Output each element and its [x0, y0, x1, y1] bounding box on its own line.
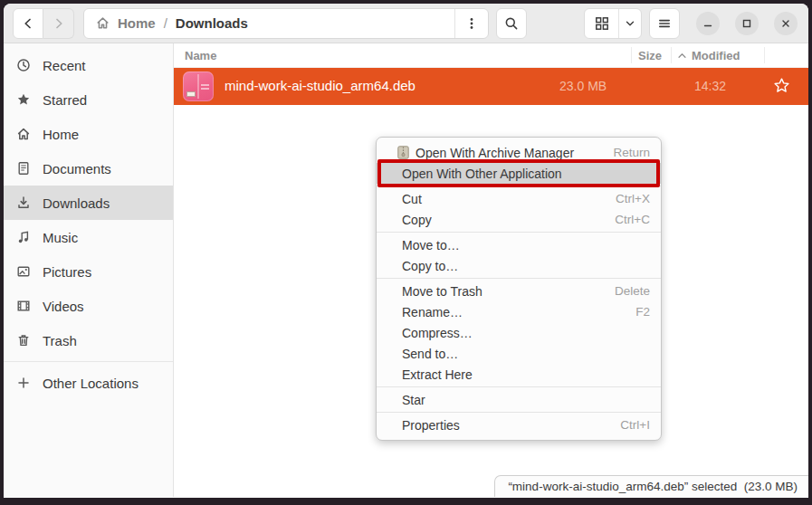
- file-size: 23.0 MB: [559, 79, 607, 93]
- grid-view-button[interactable]: [585, 9, 618, 38]
- menu-accel: Ctrl+C: [615, 213, 650, 226]
- home-icon: [16, 127, 31, 141]
- menu-item-properties[interactable]: Properties Ctrl+I: [377, 414, 661, 435]
- menu-accel: Delete: [615, 284, 650, 298]
- sidebar-item-label: Home: [43, 127, 79, 142]
- menu-separator: [377, 386, 661, 387]
- minimize-button[interactable]: [696, 12, 720, 35]
- search-icon: [504, 16, 519, 31]
- chevron-down-icon: [624, 17, 636, 30]
- sidebar-item-label: Music: [43, 230, 78, 245]
- file-row-selected[interactable]: mind-work-ai-studio_arm64.deb 23.0 MB 14…: [174, 68, 808, 105]
- image-icon: [16, 264, 31, 279]
- menu-separator: [377, 186, 661, 186]
- breadcrumb-home[interactable]: Home: [118, 15, 156, 31]
- sidebar-item-label: Pictures: [43, 264, 91, 280]
- menu-accel: Ctrl+X: [616, 192, 650, 205]
- menu-item-open-with-archive-manager[interactable]: Open With Archive Manager Return: [377, 142, 661, 163]
- maximize-button[interactable]: [735, 12, 759, 35]
- forward-button[interactable]: [43, 8, 74, 39]
- menu-separator: [377, 232, 661, 233]
- selection-status-bar: “mind-work-ai-studio_arm64.deb” selected…: [494, 475, 808, 497]
- forward-icon: [52, 16, 66, 31]
- sidebar-item-downloads[interactable]: Downloads: [4, 186, 173, 220]
- menu-accel: Return: [613, 146, 650, 159]
- hamburger-menu-icon: [657, 16, 672, 31]
- column-header-modified[interactable]: Modified: [677, 49, 740, 62]
- home-icon: [95, 15, 110, 31]
- sidebar-item-pictures[interactable]: Pictures: [4, 254, 173, 289]
- selection-status-text: “mind-work-ai-studio_arm64.deb” selected…: [508, 480, 798, 493]
- menu-item-cut[interactable]: Cut Ctrl+X: [377, 188, 661, 209]
- sidebar-item-trash[interactable]: Trash: [4, 323, 173, 357]
- search-button[interactable]: [496, 8, 527, 39]
- column-header-size[interactable]: Size: [638, 49, 662, 62]
- file-manager-window: Home / Downloads: [4, 4, 808, 498]
- star-outline-icon[interactable]: [773, 77, 790, 94]
- window-controls: [696, 12, 798, 35]
- sidebar-item-label: Documents: [43, 161, 111, 176]
- back-icon: [21, 16, 35, 31]
- sidebar-item-label: Trash: [43, 333, 77, 348]
- minimize-icon: [702, 18, 713, 29]
- sidebar: Recent Starred Home Documents Downloads …: [4, 43, 174, 497]
- menu-separator: [377, 278, 661, 279]
- menu-accel: F2: [635, 305, 650, 319]
- menu-item-move-to-trash[interactable]: Move to Trash Delete: [377, 281, 661, 301]
- download-arrow-icon: [16, 195, 31, 210]
- sidebar-item-other-locations[interactable]: Other Locations: [4, 366, 173, 400]
- path-options-button[interactable]: [454, 9, 488, 38]
- sidebar-item-videos[interactable]: Videos: [4, 289, 173, 323]
- music-note-icon: [16, 230, 31, 244]
- menu-item-rename[interactable]: Rename… F2: [377, 301, 661, 322]
- navigation-buttons: [13, 8, 74, 39]
- file-modified-time: 14:32: [694, 79, 726, 93]
- menu-item-copy[interactable]: Copy Ctrl+C: [377, 209, 661, 230]
- menu-accel: Ctrl+I: [620, 418, 650, 432]
- sidebar-item-starred[interactable]: Starred: [4, 82, 173, 117]
- column-divider: [764, 47, 765, 63]
- back-button[interactable]: [13, 8, 43, 39]
- menu-item-move-to[interactable]: Move to…: [377, 234, 661, 255]
- context-menu: Open With Archive Manager Return Open Wi…: [376, 137, 662, 441]
- archive-manager-icon: [397, 146, 409, 159]
- sort-ascending-icon: [677, 51, 687, 61]
- maximize-icon: [741, 18, 752, 29]
- file-name: mind-work-ai-studio_arm64.deb: [224, 78, 416, 93]
- sidebar-item-label: Other Locations: [43, 376, 139, 391]
- plus-icon: [16, 376, 31, 390]
- sidebar-item-music[interactable]: Music: [4, 220, 173, 254]
- sidebar-item-label: Starred: [43, 92, 87, 108]
- main-menu-button[interactable]: [649, 8, 680, 39]
- menu-item-open-with-other-application[interactable]: Open With Other Application: [377, 163, 661, 184]
- close-button[interactable]: [774, 12, 798, 35]
- menu-item-compress[interactable]: Compress…: [377, 322, 661, 343]
- headerbar-right-cluster: [584, 8, 798, 39]
- trash-icon: [16, 333, 31, 348]
- column-divider: [671, 47, 672, 63]
- menu-item-send-to[interactable]: Send to…: [377, 343, 661, 364]
- sidebar-item-label: Videos: [43, 299, 84, 314]
- sidebar-item-label: Recent: [43, 58, 86, 73]
- sidebar-item-home[interactable]: Home: [4, 117, 173, 151]
- view-toggle-split-button: [584, 8, 642, 39]
- column-divider: [631, 47, 632, 63]
- sidebar-item-recent[interactable]: Recent: [4, 48, 173, 82]
- column-header-name[interactable]: Name: [185, 49, 216, 62]
- menu-item-extract-here[interactable]: Extract Here: [377, 364, 661, 385]
- sidebar-item-documents[interactable]: Documents: [4, 151, 173, 186]
- clock-icon: [16, 58, 31, 72]
- deb-package-icon: [183, 71, 214, 101]
- menu-item-copy-to[interactable]: Copy to…: [377, 255, 661, 276]
- close-icon: [780, 18, 791, 29]
- breadcrumb-current[interactable]: Downloads: [176, 15, 248, 31]
- view-options-button[interactable]: [618, 9, 641, 38]
- grid-view-icon: [595, 16, 609, 31]
- path-bar[interactable]: Home / Downloads: [83, 8, 489, 39]
- headerbar: Home / Downloads: [4, 4, 808, 43]
- menu-separator: [377, 412, 661, 413]
- sidebar-separator: [4, 361, 173, 362]
- breadcrumb-separator: /: [164, 15, 167, 31]
- menu-item-star[interactable]: Star: [377, 389, 661, 410]
- document-icon: [16, 161, 31, 176]
